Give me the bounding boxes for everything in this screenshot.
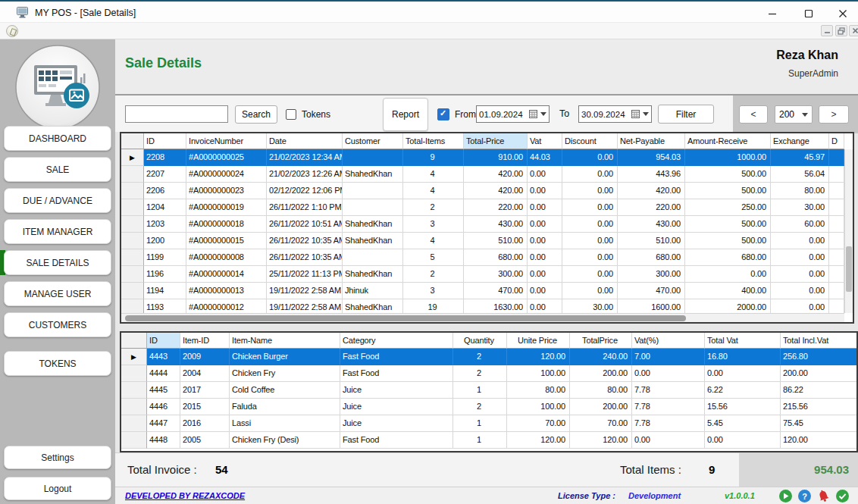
cell-id[interactable]: 2207: [144, 166, 186, 183]
cell-vat[interactable]: 0.00: [528, 249, 562, 266]
cell-net-payable[interactable]: 954.03: [618, 149, 685, 166]
cell-amount-receive[interactable]: 0.00: [685, 266, 771, 283]
cell-total-items[interactable]: 3: [403, 216, 464, 233]
cell-total-items[interactable]: 4: [403, 183, 464, 199]
cell-quantity[interactable]: 2: [453, 399, 507, 415]
cell-d[interactable]: [829, 283, 844, 299]
cell-customer[interactable]: ShahedKhan: [343, 216, 403, 233]
cell-category[interactable]: Fast Food: [340, 365, 453, 382]
table-row[interactable]: 1196#A000000001425/11/2022 11:13 PMShahe…: [121, 266, 853, 283]
from-checkbox[interactable]: [437, 108, 449, 121]
cell-vat[interactable]: 0.00: [528, 266, 562, 283]
sidebar-item-settings[interactable]: Settings: [4, 446, 111, 469]
cell-vat[interactable]: 7.78: [632, 415, 705, 432]
row-selector[interactable]: ▶: [121, 149, 144, 166]
cell-total-price[interactable]: 220.00: [464, 199, 528, 216]
cell-invoicenumber[interactable]: #A0000000008: [186, 249, 267, 266]
cell-total-price[interactable]: 420.00: [464, 166, 528, 183]
to-date-picker[interactable]: 30.09.2024: [578, 105, 652, 123]
cell-total-price[interactable]: 910.00: [464, 149, 528, 166]
table-row[interactable]: 44442004Chicken FryFast Food2100.00200.0…: [121, 365, 856, 382]
cell-id[interactable]: 1194: [144, 283, 186, 299]
sidebar-item-sale-details[interactable]: SALE DETAILS: [4, 250, 111, 275]
cell-date[interactable]: 21/02/2023 12:34 AM: [267, 149, 343, 166]
cell-category[interactable]: Fast Food: [340, 432, 453, 449]
cell-totalprice[interactable]: 200.00: [570, 399, 632, 415]
column-header-unite-price[interactable]: Unite Price: [507, 333, 570, 349]
cell-id[interactable]: 1203: [144, 216, 186, 233]
tokens-checkbox[interactable]: [286, 109, 296, 120]
cell-vat[interactable]: 44.03: [528, 149, 562, 166]
row-selector[interactable]: [121, 199, 144, 216]
cell-unite-price[interactable]: 100.00: [507, 399, 570, 415]
column-header-amount-receive[interactable]: Amount-Receive: [685, 133, 771, 149]
vertical-scrollbar-thumb[interactable]: [846, 246, 852, 292]
cell-amount-receive[interactable]: 250.00: [685, 199, 771, 216]
table-row[interactable]: 1199#A000000000826/11/2022 10:35 AM5680.…: [121, 249, 853, 266]
cell-net-payable[interactable]: 470.00: [618, 283, 685, 299]
report-button[interactable]: Report: [383, 98, 428, 131]
table-row[interactable]: 1204#A000000001926/11/2022 1:10 PM2220.0…: [121, 199, 853, 216]
search-input[interactable]: [125, 105, 228, 123]
table-row[interactable]: 44452017Cold CoffeeJuice180.0080.007.786…: [121, 382, 856, 399]
maximize-button[interactable]: [797, 5, 821, 21]
cell-vat[interactable]: 0.00: [528, 216, 562, 233]
play-status-icon[interactable]: [778, 489, 793, 503]
cell-invoicenumber[interactable]: #A0000000013: [186, 283, 267, 299]
cell-id[interactable]: 4446: [147, 399, 180, 415]
cell-discount[interactable]: 0.00: [562, 183, 618, 199]
check-status-icon[interactable]: [835, 489, 850, 503]
column-header-net-payable[interactable]: Net-Payable: [618, 133, 685, 149]
cell-d[interactable]: [829, 199, 844, 216]
row-selector[interactable]: [121, 365, 147, 382]
cell-vat[interactable]: 0.00: [632, 365, 705, 382]
next-page-button[interactable]: >: [819, 105, 849, 124]
minimize-button[interactable]: [760, 5, 784, 21]
horizontal-scrollbar[interactable]: [121, 313, 844, 322]
cell-date[interactable]: 25/11/2022 11:13 PM: [267, 266, 343, 283]
cell-id[interactable]: 4448: [147, 432, 180, 449]
cell-discount[interactable]: 0.00: [562, 166, 618, 183]
cell-amount-receive[interactable]: 400.00: [685, 283, 771, 299]
table-row[interactable]: 1194#A000000001319/11/2022 2:58 AMJhinuk…: [121, 283, 853, 299]
cell-exchange[interactable]: 0.00: [771, 283, 829, 299]
cell-id[interactable]: 2206: [144, 183, 186, 199]
cell-category[interactable]: Juice: [340, 415, 453, 432]
cell-customer[interactable]: [343, 199, 403, 216]
cell-invoicenumber[interactable]: #A0000000024: [186, 166, 267, 183]
cell-item-id[interactable]: 2015: [180, 399, 230, 415]
cell-id[interactable]: 4447: [147, 415, 180, 432]
column-header-total-vat[interactable]: Total Vat: [705, 333, 781, 349]
cell-total-incl-vat[interactable]: 75.45: [781, 415, 858, 432]
column-header-vat[interactable]: Vat: [528, 133, 562, 149]
cell-invoicenumber[interactable]: #A0000000019: [186, 199, 267, 216]
cell-customer[interactable]: ShahedKhan: [343, 166, 403, 183]
sidebar-item-dashboard[interactable]: DASHBOARD: [4, 126, 111, 151]
column-header-item-id[interactable]: Item-ID: [180, 333, 230, 349]
cell-exchange[interactable]: 0.00: [771, 233, 829, 249]
cell-totalprice[interactable]: 80.00: [570, 382, 632, 399]
cell-total-items[interactable]: 3: [403, 283, 464, 299]
row-selector[interactable]: [121, 415, 147, 432]
sidebar-item-due-advance[interactable]: DUE / ADVANCE: [4, 188, 111, 213]
cell-d[interactable]: [829, 266, 844, 283]
cell-item-name[interactable]: Chicken Fry: [230, 365, 340, 382]
cell-item-name[interactable]: Chicken Fry (Desi): [230, 432, 340, 449]
vertical-scrollbar[interactable]: [844, 149, 853, 313]
table-row[interactable]: ▶2208#A000000002521/02/2023 12:34 AM9910…: [121, 149, 853, 166]
from-date-picker[interactable]: 01.09.2024: [476, 105, 550, 123]
cell-total-vat[interactable]: 15.56: [705, 399, 781, 415]
column-header-date[interactable]: Date: [267, 133, 343, 149]
cell-quantity[interactable]: 1: [453, 415, 507, 432]
cell-net-payable[interactable]: 220.00: [618, 199, 685, 216]
table-row[interactable]: 2207#A000000002421/02/2023 12:26 AMShahe…: [121, 166, 853, 183]
column-header-id[interactable]: ID: [147, 333, 180, 349]
column-header-id[interactable]: ID: [144, 133, 186, 149]
row-selector[interactable]: [121, 399, 147, 415]
column-header-d[interactable]: D: [829, 133, 844, 149]
cell-total-vat[interactable]: 0.00: [705, 365, 781, 382]
child-restore-button[interactable]: [835, 25, 847, 36]
cell-vat[interactable]: 0.00: [528, 199, 562, 216]
cell-invoicenumber[interactable]: #A0000000018: [186, 216, 267, 233]
close-button[interactable]: [831, 5, 855, 21]
